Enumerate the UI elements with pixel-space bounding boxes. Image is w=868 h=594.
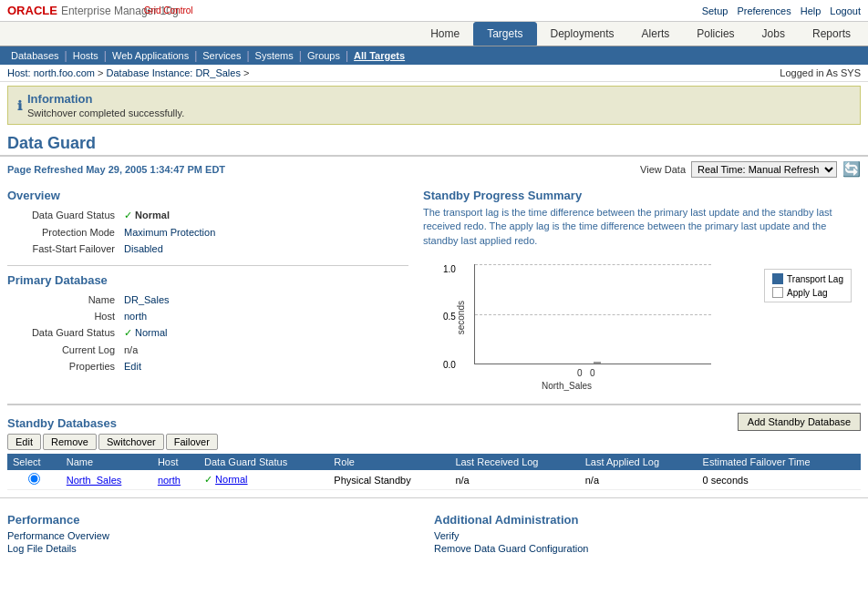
current-log-value: n/a	[120, 343, 407, 357]
page-title: Data Guard	[7, 134, 861, 153]
legend-transport-label: Transport Lag	[787, 274, 843, 284]
remove-button[interactable]: Remove	[43, 434, 97, 450]
breadcrumb-sep1: >	[98, 67, 106, 78]
y-max-label: 1.0	[443, 264, 456, 274]
primary-dg-status-row: Data Guard Status ✓ Normal	[9, 325, 407, 341]
primary-host-link[interactable]: north	[124, 311, 147, 322]
refresh-button-icon[interactable]: 🔄	[842, 160, 861, 178]
verify-link[interactable]: Verify	[434, 530, 861, 541]
sps-section-header: Standby Progress Summary	[423, 189, 861, 202]
gridline-mid	[475, 314, 711, 315]
col-role: Role	[328, 454, 450, 470]
tab-jobs[interactable]: Jobs	[749, 22, 799, 46]
legend-transport: Transport Lag	[772, 273, 843, 284]
help-link[interactable]: Help	[801, 5, 822, 16]
table-header-row: Select Name Host Data Guard Status Role …	[7, 454, 861, 470]
preferences-link[interactable]: Preferences	[737, 5, 790, 16]
primary-dg-status-link[interactable]: Normal	[135, 327, 167, 338]
primary-db-section-header: Primary Database	[7, 273, 408, 287]
breadcrumb-sep2: >	[243, 67, 249, 78]
page-title-bar: Data Guard	[0, 128, 868, 157]
legend-apply-box	[772, 287, 783, 298]
chart-legend: Transport Lag Apply Lag	[764, 269, 852, 302]
row-dg-status-link[interactable]: Normal	[215, 474, 247, 485]
fast-start-label: Fast-Start Failover	[9, 241, 119, 256]
logout-link[interactable]: Logout	[830, 5, 861, 16]
primary-host-value: north	[120, 309, 407, 323]
failover-button[interactable]: Failover	[166, 434, 218, 450]
tab-home[interactable]: Home	[417, 22, 473, 46]
sps-description: The transport lag is the time difference…	[423, 206, 861, 248]
primary-name-value: DR_Sales	[120, 292, 407, 307]
log-file-details-link[interactable]: Log File Details	[7, 543, 434, 554]
performance-header: Performance	[7, 513, 434, 527]
info-icon: ℹ	[17, 98, 22, 113]
info-title: Information	[27, 92, 184, 106]
grid-control-label: Grid Control	[144, 5, 193, 15]
subnav-systems[interactable]: Systems	[252, 49, 297, 62]
overview-table: Data Guard Status ✓ Normal Protection Mo…	[7, 206, 408, 258]
fast-start-value: Disabled	[120, 241, 407, 256]
additional-admin-header: Additional Administration	[434, 513, 861, 527]
left-panel: Overview Data Guard Status ✓ Normal Prot…	[7, 181, 408, 396]
col-last-received: Last Received Log	[450, 454, 579, 470]
primary-name-label: Name	[9, 292, 119, 307]
y-mid-label: 0.5	[443, 312, 456, 322]
primary-host-row: Host north	[9, 309, 407, 323]
primary-name-row: Name DR_Sales	[9, 292, 407, 307]
subnav-all-targets[interactable]: All Targets	[350, 49, 408, 62]
tab-deployments[interactable]: Deployments	[537, 22, 628, 46]
bar-group	[584, 362, 601, 364]
remove-dg-config-link[interactable]: Remove Data Guard Configuration	[434, 543, 861, 554]
tab-targets[interactable]: Targets	[473, 22, 536, 46]
standby-databases-section: Standby Databases Add Standby Database E…	[0, 404, 868, 490]
breadcrumb-host[interactable]: Host: north.foo.com	[7, 67, 95, 78]
row-name-link[interactable]: North_Sales	[67, 475, 122, 486]
header: ORACLE Enterprise Manager 10g Grid Contr…	[0, 0, 868, 22]
y-min-label: 0.0	[443, 360, 456, 370]
setup-link[interactable]: Setup	[702, 5, 728, 16]
tab-policies[interactable]: Policies	[683, 22, 748, 46]
properties-label: Properties	[9, 359, 119, 374]
info-banner: ℹ Information Switchover completed succe…	[7, 86, 861, 125]
view-data-select[interactable]: Real Time: Manual Refresh Last 24 Hours …	[691, 161, 837, 178]
primary-dg-status-value: ✓ Normal	[120, 325, 407, 341]
overview-section-header: Overview	[7, 189, 408, 202]
protection-mode-link[interactable]: Maximum Protection	[124, 227, 215, 238]
separator: |	[299, 49, 302, 62]
current-log-row: Current Log n/a	[9, 343, 407, 357]
switchover-button[interactable]: Switchover	[98, 434, 164, 450]
subnav-services[interactable]: Services	[199, 49, 244, 62]
dg-status-value: ✓ Normal	[120, 208, 407, 223]
subnav-hosts[interactable]: Hosts	[69, 49, 102, 62]
standby-section-header: Standby Databases	[7, 416, 117, 430]
fast-start-link[interactable]: Disabled	[124, 243, 163, 254]
refresh-bar: Page Refreshed May 29, 2005 1:34:47 PM E…	[0, 157, 868, 181]
oracle-label: ORACLE	[7, 4, 57, 17]
breadcrumb-db-instance[interactable]: Database Instance: DR_Sales	[107, 67, 241, 78]
tab-reports[interactable]: Reports	[799, 22, 864, 46]
subnav-databases[interactable]: Databases	[7, 49, 63, 62]
col-failover-time: Estimated Failover Time	[698, 454, 861, 470]
standby-table-header: Select Name Host Data Guard Status Role …	[7, 454, 861, 470]
standby-table: Select Name Host Data Guard Status Role …	[7, 454, 861, 490]
properties-link[interactable]: Edit	[124, 361, 141, 372]
add-standby-database-button[interactable]: Add Standby Database	[738, 413, 861, 431]
legend-transport-box	[772, 273, 783, 284]
properties-row: Properties Edit	[9, 359, 407, 374]
row-radio[interactable]	[28, 473, 40, 485]
primary-name-link[interactable]: DR_Sales	[124, 294, 170, 305]
subnav-webapps[interactable]: Web Applications	[108, 49, 192, 62]
legend-apply: Apply Lag	[772, 287, 843, 298]
edit-button[interactable]: Edit	[7, 434, 41, 450]
subnav-groups[interactable]: Groups	[304, 49, 344, 62]
separator: |	[246, 49, 249, 62]
row-host-link[interactable]: north	[158, 475, 181, 486]
performance-overview-link[interactable]: Performance Overview	[7, 530, 434, 541]
row-select-cell[interactable]	[7, 470, 61, 490]
header-links: Setup Preferences Help Logout	[702, 5, 861, 16]
chart-container: 1.0 0.5 0.0 seconds 0 0 North_Sales	[441, 255, 852, 396]
tab-alerts[interactable]: Alerts	[628, 22, 684, 46]
primary-host-label: Host	[9, 309, 119, 323]
gridline-top	[475, 264, 711, 265]
